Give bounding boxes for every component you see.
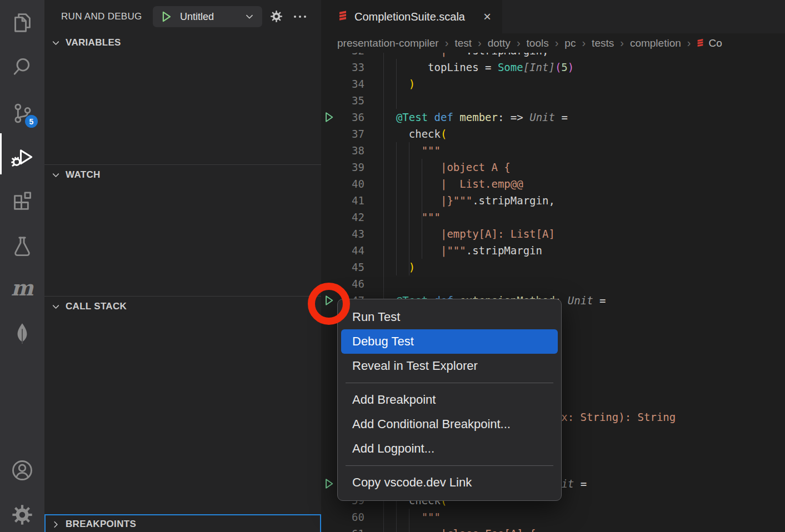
activity-metals-button[interactable]: m bbox=[0, 272, 44, 307]
section-divider bbox=[44, 296, 321, 297]
gutter-row[interactable]: 37 bbox=[321, 126, 377, 142]
section-watch[interactable]: WATCH bbox=[44, 167, 321, 183]
gutter-row[interactable]: 45 bbox=[321, 259, 377, 275]
activity-run-debug-button[interactable] bbox=[0, 139, 44, 175]
menu-item-add-conditional-breakpoint[interactable]: Add Conditional Breakpoint... bbox=[341, 412, 558, 436]
gear-icon bbox=[9, 502, 35, 528]
activity-search-button[interactable] bbox=[0, 49, 44, 84]
breadcrumb-item[interactable]: test bbox=[454, 37, 472, 49]
breadcrumb-separator: › bbox=[582, 37, 586, 49]
gutter-row[interactable]: 61 bbox=[321, 525, 377, 532]
code-line[interactable]: """ bbox=[383, 209, 785, 225]
line-number: 43 bbox=[352, 225, 364, 242]
section-variables[interactable]: VARIABLES bbox=[44, 34, 321, 51]
breadcrumb-separator: › bbox=[620, 37, 624, 49]
activity-mongodb-button[interactable] bbox=[0, 315, 44, 351]
gutter-row[interactable]: 32 bbox=[321, 53, 377, 59]
menu-item-reveal-in-test-explorer[interactable]: Reveal in Test Explorer bbox=[341, 354, 558, 378]
gutter-row[interactable]: 40 bbox=[321, 175, 377, 192]
menu-item-copy-vscode-dev-link[interactable]: Copy vscode.dev Link bbox=[341, 470, 558, 495]
code-line[interactable]: ) bbox=[383, 76, 785, 92]
activity-extensions-button[interactable] bbox=[0, 184, 44, 219]
code-line[interactable]: ) bbox=[383, 259, 785, 275]
annotation-circle bbox=[308, 283, 350, 325]
breadcrumb-item[interactable]: completion bbox=[630, 37, 681, 49]
mongodb-leaf-icon bbox=[9, 320, 35, 346]
menu-item-add-breakpoint[interactable]: Add Breakpoint bbox=[341, 388, 558, 412]
breadcrumb-separator: › bbox=[517, 37, 521, 49]
gutter-row[interactable]: 43 bbox=[321, 225, 377, 242]
breadcrumb-item[interactable]: tests bbox=[592, 37, 614, 49]
launch-config-name: Untitled bbox=[180, 11, 214, 23]
gutter-row[interactable]: 60 bbox=[321, 509, 377, 525]
tab-close-icon[interactable]: × bbox=[483, 10, 491, 23]
gutter-row[interactable]: 35 bbox=[321, 92, 377, 109]
code-line[interactable] bbox=[383, 92, 785, 109]
breadcrumb-item[interactable]: dotty bbox=[488, 37, 511, 49]
code-line[interactable] bbox=[383, 275, 785, 292]
chevron-right-icon bbox=[51, 520, 61, 529]
gutter-row[interactable]: 36 bbox=[321, 109, 377, 126]
line-number: 36 bbox=[352, 109, 364, 126]
line-number: 38 bbox=[352, 142, 364, 159]
line-number: 60 bbox=[352, 509, 364, 525]
activity-explorer-button[interactable] bbox=[0, 4, 44, 40]
menu-item-debug-test[interactable]: Debug Test bbox=[341, 329, 558, 354]
gutter-row[interactable]: 34 bbox=[321, 76, 377, 92]
line-number: 35 bbox=[352, 92, 364, 109]
tab-completionsuite[interactable]: CompletionSuite.scala × bbox=[321, 0, 502, 33]
gutter-row[interactable]: 41 bbox=[321, 192, 377, 209]
activity-settings-button[interactable] bbox=[0, 497, 44, 532]
run-test-gutter-icon[interactable] bbox=[323, 111, 335, 123]
menu-separator bbox=[346, 465, 553, 466]
section-label: CALL STACK bbox=[66, 301, 127, 312]
line-number: 41 bbox=[352, 192, 364, 209]
gutter-row[interactable]: 42 bbox=[321, 209, 377, 225]
gutter-row[interactable]: 39 bbox=[321, 159, 377, 175]
code-line[interactable]: """ bbox=[383, 509, 785, 525]
gutter-row[interactable]: 44 bbox=[321, 242, 377, 259]
breadcrumb-item[interactable]: pc bbox=[564, 37, 576, 49]
activity-source-control-button[interactable]: 5 bbox=[0, 96, 44, 131]
section-breakpoints[interactable]: BREAKPOINTS bbox=[44, 516, 321, 532]
gear-icon bbox=[269, 9, 284, 24]
breadcrumb-item[interactable]: presentation-compiler bbox=[337, 37, 439, 49]
line-number: 34 bbox=[352, 76, 364, 92]
breadcrumb-separator: › bbox=[555, 37, 559, 49]
ellipsis-icon bbox=[292, 11, 308, 22]
menu-item-add-logpoint[interactable]: Add Logpoint... bbox=[341, 436, 558, 461]
code-line[interactable]: |empty[A]: List[A] bbox=[383, 225, 785, 242]
code-line[interactable]: |object A { bbox=[383, 159, 785, 175]
activity-accounts-button[interactable] bbox=[0, 453, 44, 488]
code-line[interactable]: check( bbox=[383, 126, 785, 142]
sidebar-title: RUN AND DEBUG bbox=[61, 11, 142, 22]
code-line[interactable]: topLines = Some[Int](5) bbox=[383, 59, 785, 76]
gutter-row[interactable]: 38 bbox=[321, 142, 377, 159]
activity-testing-button[interactable] bbox=[0, 228, 44, 264]
code-line[interactable]: """ bbox=[383, 142, 785, 159]
tab-title: CompletionSuite.scala bbox=[354, 11, 465, 23]
code-line[interactable]: @Test def member: => Unit = bbox=[383, 109, 785, 126]
code-line[interactable]: |""".stripMargin, bbox=[383, 53, 785, 59]
start-debug-icon[interactable] bbox=[159, 10, 173, 23]
menu-item-run-test[interactable]: Run Test bbox=[341, 305, 558, 329]
chevron-down-icon[interactable] bbox=[243, 11, 256, 23]
debug-settings-button[interactable] bbox=[269, 9, 284, 26]
run-test-gutter-icon[interactable] bbox=[323, 478, 335, 490]
launch-config-dropdown[interactable]: Untitled bbox=[153, 6, 262, 27]
breadcrumb-file[interactable]: Co bbox=[697, 37, 722, 49]
code-line[interactable]: |}""".stripMargin, bbox=[383, 192, 785, 209]
line-number: 32 bbox=[352, 53, 364, 59]
code-line[interactable]: | List.emp@@ bbox=[383, 175, 785, 192]
section-call-stack[interactable]: CALL STACK bbox=[44, 298, 321, 315]
breadcrumb-item[interactable]: tools bbox=[527, 37, 549, 49]
menu-separator bbox=[346, 383, 553, 383]
code-line[interactable]: |""".stripMargin bbox=[383, 242, 785, 259]
code-line[interactable]: |class Foo[A] { bbox=[383, 525, 785, 532]
views-more-actions-button[interactable] bbox=[292, 11, 308, 24]
context-menu: Run TestDebug TestReveal in Test Explore… bbox=[337, 299, 562, 501]
source-control-badge: 5 bbox=[25, 115, 38, 128]
chevron-down-icon bbox=[51, 38, 61, 48]
line-number: 42 bbox=[352, 209, 364, 225]
gutter-row[interactable]: 33 bbox=[321, 59, 377, 76]
